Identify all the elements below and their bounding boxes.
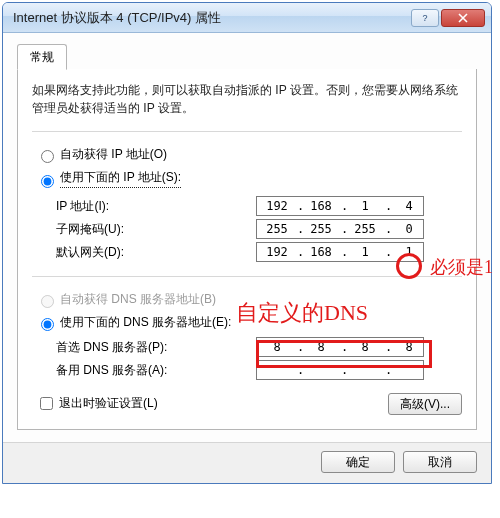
client-area: 常规 如果网络支持此功能，则可以获取自动指派的 IP 设置。否则，您需要从网络系… (3, 33, 491, 442)
radio-manual-dns[interactable]: 使用下面的 DNS 服务器地址(E): (36, 314, 462, 331)
tabstrip: 常规 (17, 43, 477, 70)
subnet-octet-3[interactable] (345, 221, 385, 237)
dns-group: 自动获得 DNS 服务器地址(B) 使用下面的 DNS 服务器地址(E): 首选… (32, 276, 462, 380)
row-gateway: 默认网关(D): . . . (56, 242, 462, 262)
radio-manual-ip-label: 使用下面的 IP 地址(S): (60, 169, 181, 188)
radio-manual-ip[interactable]: 使用下面的 IP 地址(S): (36, 169, 462, 190)
help-button[interactable]: ? (411, 9, 439, 27)
row-primary-dns: 首选 DNS 服务器(P): . . . (56, 337, 462, 357)
row-subnet: 子网掩码(U): . . . (56, 219, 462, 239)
gateway-octet-2[interactable] (301, 244, 341, 260)
radio-auto-dns: 自动获得 DNS 服务器地址(B) (36, 291, 462, 308)
ip-octet-2[interactable] (301, 198, 341, 214)
adns-octet-2[interactable] (301, 362, 341, 378)
radio-auto-ip[interactable]: 自动获得 IP 地址(O) (36, 146, 462, 163)
pdns-octet-1[interactable] (257, 339, 297, 355)
gateway-octet-3[interactable] (345, 244, 385, 260)
input-primary-dns[interactable]: . . . (256, 337, 424, 357)
advanced-button[interactable]: 高级(V)... (388, 393, 462, 415)
tab-panel: 如果网络支持此功能，则可以获取自动指派的 IP 设置。否则，您需要从网络系统管理… (17, 69, 477, 430)
label-alt-dns: 备用 DNS 服务器(A): (56, 362, 256, 379)
titlebar[interactable]: Internet 协议版本 4 (TCP/IPv4) 属性 ? (3, 3, 491, 33)
label-gateway: 默认网关(D): (56, 244, 256, 261)
adns-octet-1[interactable] (257, 362, 297, 378)
label-ip-address: IP 地址(I): (56, 198, 256, 215)
pdns-octet-2[interactable] (301, 339, 341, 355)
adns-octet-3[interactable] (345, 362, 385, 378)
label-subnet: 子网掩码(U): (56, 221, 256, 238)
ip-octet-1[interactable] (257, 198, 297, 214)
input-gateway[interactable]: . . . (256, 242, 424, 262)
radio-auto-dns-label: 自动获得 DNS 服务器地址(B) (60, 291, 216, 308)
checkbox-validate-label: 退出时验证设置(L) (59, 395, 158, 412)
radio-auto-ip-label: 自动获得 IP 地址(O) (60, 146, 167, 163)
label-primary-dns: 首选 DNS 服务器(P): (56, 339, 256, 356)
cancel-button[interactable]: 取消 (403, 451, 477, 473)
input-alt-dns[interactable]: . . . (256, 360, 424, 380)
window-buttons: ? (411, 9, 485, 27)
ok-button[interactable]: 确定 (321, 451, 395, 473)
dialog-window: Internet 协议版本 4 (TCP/IPv4) 属性 ? 常规 如果网络支… (2, 2, 492, 484)
window-title: Internet 协议版本 4 (TCP/IPv4) 属性 (9, 9, 411, 27)
radio-manual-dns-label: 使用下面的 DNS 服务器地址(E): (60, 314, 231, 331)
ip-group: 自动获得 IP 地址(O) 使用下面的 IP 地址(S): IP 地址(I): … (32, 131, 462, 262)
dialog-buttons: 确定 取消 (3, 442, 491, 483)
input-subnet[interactable]: . . . (256, 219, 424, 239)
ip-octet-4[interactable] (389, 198, 429, 214)
ip-octet-3[interactable] (345, 198, 385, 214)
subnet-octet-4[interactable] (389, 221, 429, 237)
radio-manual-dns-input[interactable] (41, 318, 54, 331)
row-alt-dns: 备用 DNS 服务器(A): . . . (56, 360, 462, 380)
close-button[interactable] (441, 9, 485, 27)
gateway-octet-4[interactable] (389, 244, 429, 260)
checkbox-validate-input[interactable] (40, 397, 53, 410)
subnet-octet-2[interactable] (301, 221, 341, 237)
pdns-octet-3[interactable] (345, 339, 385, 355)
tab-general[interactable]: 常规 (17, 44, 67, 70)
gateway-octet-1[interactable] (257, 244, 297, 260)
adns-octet-4[interactable] (389, 362, 429, 378)
radio-manual-ip-input[interactable] (41, 175, 54, 188)
svg-text:?: ? (422, 13, 427, 23)
row-ip-address: IP 地址(I): . . . (56, 196, 462, 216)
pdns-octet-4[interactable] (389, 339, 429, 355)
subnet-octet-1[interactable] (257, 221, 297, 237)
radio-auto-dns-input (41, 295, 54, 308)
description-text: 如果网络支持此功能，则可以获取自动指派的 IP 设置。否则，您需要从网络系统管理… (32, 81, 462, 117)
radio-auto-ip-input[interactable] (41, 150, 54, 163)
input-ip-address[interactable]: . . . (256, 196, 424, 216)
